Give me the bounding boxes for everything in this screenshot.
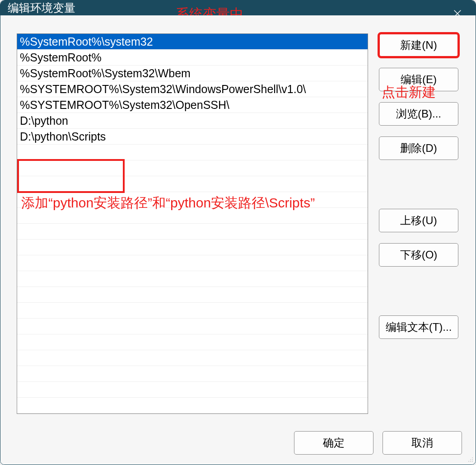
ok-button[interactable]: 确定 [294, 431, 373, 455]
new-button[interactable]: 新建(N) [379, 33, 458, 57]
edit-button[interactable]: 编辑(E) [379, 68, 458, 91]
svg-point-3 [470, 459, 471, 460]
path-listbox[interactable]: %SystemRoot%\system32 %SystemRoot% %Syst… [17, 33, 368, 414]
list-item-empty[interactable] [17, 240, 368, 255]
titlebar: 编辑环境变量 [0, 0, 476, 15]
button-column: 新建(N) 编辑(E) 浏览(B)... 删除(D) 上移(U) 下移(O) 编… [379, 33, 462, 414]
svg-point-5 [468, 461, 469, 462]
list-item-empty[interactable] [17, 208, 368, 224]
list-item-empty[interactable] [17, 366, 368, 382]
list-item-empty[interactable] [17, 192, 368, 208]
dialog-footer: 确定 取消 [0, 423, 476, 465]
edit-text-button[interactable]: 编辑文本(T)... [379, 315, 458, 339]
list-item-empty[interactable] [17, 176, 368, 192]
move-down-button[interactable]: 下移(O) [379, 243, 458, 267]
window-title: 编辑环境变量 [8, 0, 75, 15]
resize-grip-icon[interactable] [467, 456, 474, 463]
dialog-content: %SystemRoot%\system32 %SystemRoot% %Syst… [0, 15, 476, 423]
list-item[interactable]: %SYSTEMROOT%\System32\WindowsPowerShell\… [17, 81, 368, 97]
list-item-empty[interactable] [17, 145, 368, 160]
list-item[interactable]: %SystemRoot%\system32 [17, 34, 368, 50]
svg-point-6 [470, 461, 471, 462]
list-item[interactable]: %SystemRoot% [17, 50, 368, 66]
svg-point-7 [472, 461, 473, 462]
cancel-button[interactable]: 取消 [383, 431, 462, 455]
list-item[interactable]: %SYSTEMROOT%\System32\OpenSSH\ [17, 97, 368, 113]
list-item-empty[interactable] [17, 271, 368, 287]
list-item[interactable]: D:\python\Scripts [17, 129, 368, 145]
list-item-empty[interactable] [17, 255, 368, 271]
svg-point-4 [472, 459, 473, 460]
edit-env-var-dialog: 编辑环境变量 系统变量中 %SystemRoot%\system32 %Syst… [0, 0, 476, 465]
list-item-empty[interactable] [17, 350, 368, 366]
list-item-empty[interactable] [17, 287, 368, 303]
browse-button[interactable]: 浏览(B)... [379, 102, 458, 126]
list-item-empty[interactable] [17, 334, 368, 350]
list-item-empty[interactable] [17, 319, 368, 334]
svg-point-2 [472, 457, 473, 458]
list-item[interactable]: %SystemRoot%\System32\Wbem [17, 66, 368, 81]
delete-button[interactable]: 删除(D) [379, 136, 458, 160]
list-item-empty[interactable] [17, 382, 368, 398]
list-item-empty[interactable] [17, 224, 368, 240]
list-item[interactable]: D:\python [17, 113, 368, 129]
list-item-empty[interactable] [17, 398, 368, 413]
list-item-empty[interactable] [17, 303, 368, 319]
list-item-empty[interactable] [17, 160, 368, 176]
move-up-button[interactable]: 上移(U) [379, 209, 458, 232]
